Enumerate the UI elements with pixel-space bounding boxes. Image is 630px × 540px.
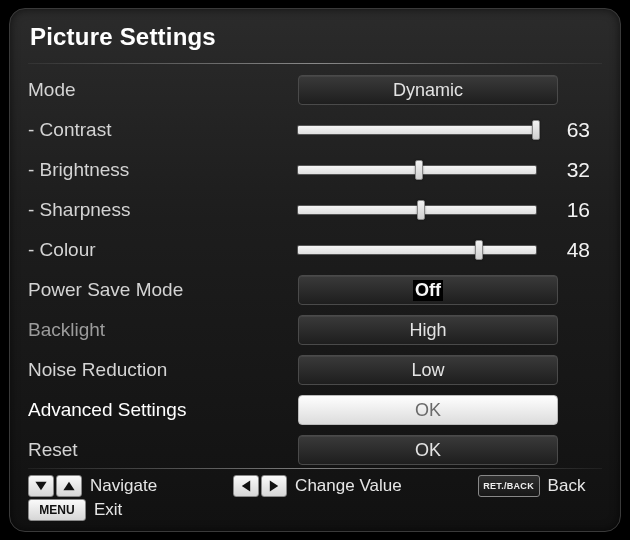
row-reset: Reset OK <box>28 430 602 470</box>
hint-line-1: Navigate Change Value RET./BACK Back <box>28 475 602 497</box>
left-arrow-icon <box>233 475 259 497</box>
page-title: Picture Settings <box>28 9 602 61</box>
contrast-slider[interactable] <box>298 123 536 137</box>
mode-value-button[interactable]: Dynamic <box>298 75 558 105</box>
row-powersave: Power Save Mode Off <box>28 270 602 310</box>
label-noise: Noise Reduction <box>28 359 298 381</box>
hint-change: Change Value <box>233 475 402 497</box>
hint-exit: MENU Exit <box>28 499 122 521</box>
down-arrow-icon <box>28 475 54 497</box>
label-brightness: - Brightness <box>28 159 298 181</box>
row-contrast: - Contrast 63 <box>28 110 602 150</box>
brightness-value: 32 <box>550 158 590 182</box>
label-colour: - Colour <box>28 239 298 261</box>
row-mode: Mode Dynamic <box>28 70 602 110</box>
hint-back-label: Back <box>548 476 586 496</box>
noise-value: Low <box>411 360 444 381</box>
hint-navigate: Navigate <box>28 475 157 497</box>
hint-change-label: Change Value <box>295 476 402 496</box>
label-backlight: Backlight <box>28 319 298 341</box>
colour-slider[interactable] <box>298 243 536 257</box>
backlight-value: High <box>409 320 446 341</box>
row-sharpness: - Sharpness 16 <box>28 190 602 230</box>
label-contrast: - Contrast <box>28 119 298 141</box>
up-arrow-icon <box>56 475 82 497</box>
label-advanced: Advanced Settings <box>28 399 298 421</box>
picture-settings-panel: Picture Settings Mode Dynamic - Contrast… <box>9 8 621 532</box>
label-reset: Reset <box>28 439 298 461</box>
sharpness-slider[interactable] <box>298 203 536 217</box>
reset-value: OK <box>415 440 441 461</box>
advanced-ok-button[interactable]: OK <box>298 395 558 425</box>
reset-ok-button[interactable]: OK <box>298 435 558 465</box>
ret-back-key-icon: RET./BACK <box>478 475 540 497</box>
svg-marker-3 <box>270 480 278 491</box>
hint-line-2: MENU Exit <box>28 499 602 521</box>
row-advanced: Advanced Settings OK <box>28 390 602 430</box>
svg-marker-0 <box>35 482 46 490</box>
noise-value-button[interactable]: Low <box>298 355 558 385</box>
label-powersave: Power Save Mode <box>28 279 298 301</box>
brightness-slider[interactable] <box>298 163 536 177</box>
powersave-value-button[interactable]: Off <box>298 275 558 305</box>
sharpness-value: 16 <box>550 198 590 222</box>
row-backlight: Backlight High <box>28 310 602 350</box>
menu-key-icon: MENU <box>28 499 86 521</box>
divider-top <box>28 63 602 64</box>
advanced-value: OK <box>415 400 441 421</box>
settings-rows: Mode Dynamic - Contrast 63 - Brightness <box>28 70 602 470</box>
svg-marker-1 <box>63 482 74 490</box>
hint-navigate-label: Navigate <box>90 476 157 496</box>
hint-exit-label: Exit <box>94 500 122 520</box>
right-arrow-icon <box>261 475 287 497</box>
svg-marker-2 <box>242 480 250 491</box>
label-sharpness: - Sharpness <box>28 199 298 221</box>
label-mode: Mode <box>28 79 298 101</box>
colour-value: 48 <box>550 238 590 262</box>
powersave-value: Off <box>413 280 443 301</box>
backlight-value-button[interactable]: High <box>298 315 558 345</box>
divider-bottom <box>28 468 602 469</box>
contrast-value: 63 <box>550 118 590 142</box>
row-brightness: - Brightness 32 <box>28 150 602 190</box>
row-colour: - Colour 48 <box>28 230 602 270</box>
row-noise: Noise Reduction Low <box>28 350 602 390</box>
hint-back: RET./BACK Back <box>478 475 586 497</box>
footer: Navigate Change Value RET./BACK Back <box>28 466 602 521</box>
mode-value: Dynamic <box>393 80 463 101</box>
